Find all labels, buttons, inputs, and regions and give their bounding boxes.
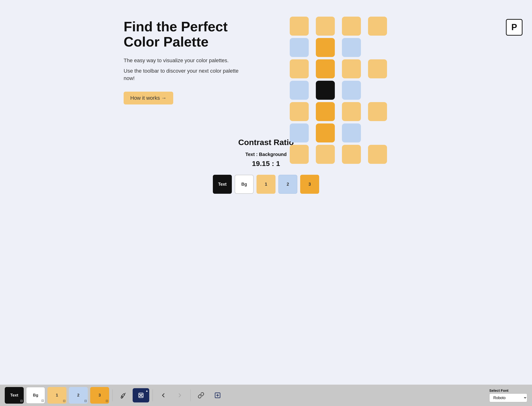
- svg-point-3: [140, 396, 140, 397]
- hero-section: Find the Perfect Color Palette The easy …: [124, 14, 408, 128]
- toolbar: Text ⊡ Bg ⊡ 1 ⊡ 2 ⊡ 3 ⊡: [0, 385, 532, 406]
- contrast-label: Text : Background: [19, 152, 513, 157]
- palette-dot: [368, 59, 387, 78]
- contrast-ratio-value: 19.15 : 1: [19, 160, 513, 168]
- swatch-bg[interactable]: Bg: [235, 175, 254, 194]
- how-it-works-button[interactable]: How it works →: [124, 92, 173, 104]
- swatch-color2[interactable]: 2: [278, 175, 297, 194]
- palette-dot: [342, 38, 361, 57]
- palette-dot: [342, 81, 361, 100]
- svg-point-2: [142, 394, 142, 395]
- palette-dot: [316, 102, 335, 121]
- share-button[interactable]: [194, 388, 208, 402]
- toolbar-separator-1: [113, 389, 113, 401]
- palette-dot: [290, 38, 309, 57]
- palette-dot: [342, 102, 361, 121]
- swatch-color3[interactable]: 3: [300, 175, 319, 194]
- toolbar-separator-3: [190, 389, 191, 401]
- palette-dot: [290, 81, 309, 100]
- palette-dot: [316, 59, 335, 78]
- contrast-title: Contrast Ratio: [19, 138, 513, 147]
- copy-icon-c1: ⊡: [63, 399, 65, 403]
- export-icon: [214, 392, 221, 399]
- copy-icon-bg: ⊡: [41, 399, 44, 402]
- toolbar-separator-2: [153, 389, 153, 401]
- palette-dot: [316, 123, 335, 142]
- svg-point-1: [140, 394, 140, 395]
- eyedropper-button[interactable]: [116, 388, 130, 402]
- palette-dot: [316, 17, 335, 36]
- palette-dot: [290, 145, 309, 164]
- palette-dot: [368, 145, 387, 164]
- palette-dot: [342, 59, 361, 78]
- hero-subtitle: The easy way to visualize your color pal…: [124, 57, 247, 64]
- toolbar-swatch-text[interactable]: Text ⊡: [5, 387, 24, 404]
- dice-chevron-icon: ▲: [145, 389, 148, 392]
- palette-dot: [290, 59, 309, 78]
- palette-dot: [316, 38, 335, 57]
- svg-point-5: [141, 395, 141, 396]
- eyedropper-icon: [120, 392, 127, 399]
- palette-dot: [342, 145, 361, 164]
- font-select-group: Select Font Roboto Arial Georgia Courier…: [489, 388, 527, 402]
- hero-description: Use the toolbar to discover your next co…: [124, 67, 247, 82]
- toolbar-swatch-bg[interactable]: Bg ⊡: [26, 387, 45, 404]
- dice-button[interactable]: ▲: [133, 388, 149, 402]
- palette-dot: [290, 102, 309, 121]
- font-select-label: Select Font: [489, 388, 509, 392]
- contrast-section: Contrast Ratio Text : Background 19.15 :…: [19, 128, 513, 203]
- palette-dot: [342, 17, 361, 36]
- hero-text: Find the Perfect Color Palette The easy …: [124, 14, 247, 104]
- palette-dot: [316, 145, 335, 164]
- link-icon: [198, 392, 204, 399]
- back-button[interactable]: [156, 388, 170, 402]
- palette-grid: [285, 14, 408, 128]
- palette-dot: [368, 17, 387, 36]
- forward-button[interactable]: [173, 388, 187, 402]
- toolbar-swatch-color1[interactable]: 1 ⊡: [48, 387, 66, 404]
- contrast-swatches: Text Bg 1 2 3: [19, 175, 513, 194]
- swatch-text[interactable]: Text: [213, 175, 232, 194]
- hero-title: Find the Perfect Color Palette: [124, 19, 247, 49]
- palette-dot: [290, 17, 309, 36]
- copy-icon-c3: ⊡: [106, 399, 108, 403]
- palette-dot: [368, 102, 387, 121]
- forward-icon: [177, 392, 183, 399]
- logo-letter: P: [511, 22, 517, 32]
- export-button[interactable]: [211, 388, 225, 402]
- dice-icon: [138, 392, 144, 399]
- palette-dot: [316, 81, 335, 100]
- svg-point-4: [142, 396, 142, 397]
- main-content: P Find the Perfect Color Palette The eas…: [0, 0, 532, 385]
- copy-icon-c2: ⊡: [84, 399, 87, 403]
- palette-dot: [342, 123, 361, 142]
- toolbar-swatch-color2[interactable]: 2 ⊡: [69, 387, 88, 404]
- back-icon: [160, 392, 167, 399]
- copy-icon-text: ⊡: [20, 399, 23, 403]
- palette-dot: [290, 123, 309, 142]
- logo-p: P: [506, 19, 523, 36]
- font-select[interactable]: Roboto Arial Georgia Courier New Times N…: [489, 393, 527, 402]
- toolbar-swatch-color3[interactable]: 3 ⊡: [90, 387, 109, 404]
- swatch-color1[interactable]: 1: [256, 175, 276, 194]
